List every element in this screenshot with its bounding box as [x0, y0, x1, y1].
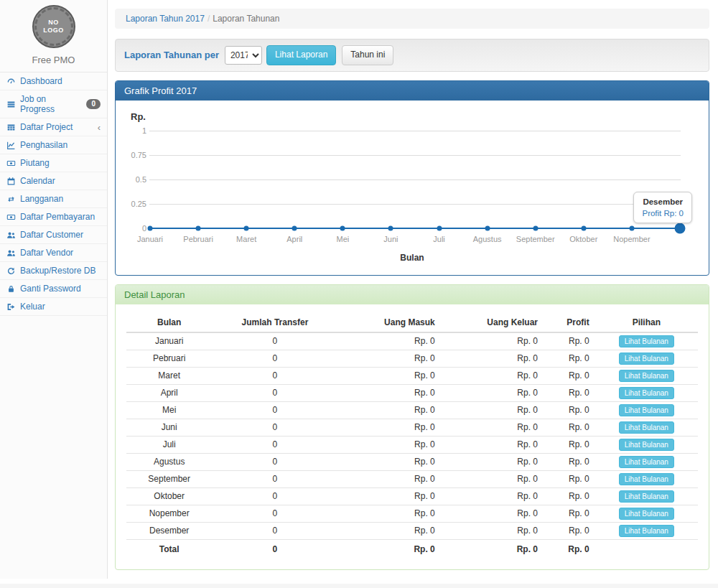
sidebar-item-ganti-password[interactable]: Ganti Password [0, 280, 107, 298]
chevron-left-icon: ‹ [98, 123, 101, 132]
tooltip-month: Desember [642, 197, 684, 206]
bulan-cell: September [126, 470, 212, 487]
sidebar-item-label: Daftar Customer [20, 230, 83, 240]
lihat-bulanan-button[interactable]: Lihat Bulanan [619, 370, 674, 382]
bulan-cell: Maret [126, 367, 212, 384]
lihat-bulanan-button[interactable]: Lihat Bulanan [619, 387, 674, 399]
tahun-ini-button[interactable]: Tahun ini [342, 45, 393, 65]
gridline [149, 155, 681, 156]
chart-point-nopember[interactable] [629, 225, 634, 230]
sidebar-item-label: Penghasilan [20, 140, 67, 150]
sidebar-item-label: Langganan [20, 194, 63, 204]
sidebar-item-daftar-vendor[interactable]: Daftar Vendor [0, 244, 107, 262]
sidebar-item-daftar-project[interactable]: Daftar Project‹ [0, 118, 107, 136]
chart-point-april[interactable] [292, 225, 297, 230]
sidebar-item-label: Calendar [20, 176, 55, 186]
jumlah_transfer-cell: 0 [212, 453, 337, 470]
table-total-row: Total0Rp. 0Rp. 0Rp. 0 [126, 539, 698, 556]
lihat-bulanan-button[interactable]: Lihat Bulanan [619, 353, 674, 365]
chart-point-desember[interactable] [675, 223, 686, 233]
sidebar-item-langganan[interactable]: Langganan [0, 190, 107, 208]
bulan-cell: Juli [126, 436, 212, 453]
detail-panel-title: Detail Laporan [116, 285, 709, 304]
chart-point-juni[interactable] [388, 225, 393, 230]
column-header: Uang Keluar [441, 313, 544, 332]
logo-text-line1: NO [48, 19, 59, 27]
chart-point-september[interactable] [533, 225, 538, 230]
uang_keluar-cell: Rp. 0 [441, 401, 544, 419]
sidebar-item-daftar-pembayaran[interactable]: Daftar Pembayaran [0, 208, 107, 226]
chart-point-maret[interactable] [244, 225, 249, 230]
sidebar-item-job-on-progress[interactable]: Job on Progress0 [0, 90, 107, 118]
sidebar-item-penghasilan[interactable]: Penghasilan [0, 136, 107, 154]
lihat-bulanan-button[interactable]: Lihat Bulanan [619, 490, 674, 503]
chart-point-januari[interactable] [148, 225, 153, 230]
logo-area: NO LOGO Free PMO [0, 0, 107, 72]
lihat-bulanan-button[interactable]: Lihat Bulanan [619, 335, 674, 347]
breadcrumb-separator: / [208, 14, 210, 24]
jumlah_transfer-cell: 0 [212, 401, 337, 419]
column-header: Profit [544, 313, 595, 332]
table-row-juni: Juni0Rp. 0Rp. 0Rp. 0Lihat Bulanan [126, 419, 698, 436]
sidebar-item-calendar[interactable]: Calendar [0, 172, 107, 190]
lihat-bulanan-button[interactable]: Lihat Bulanan [619, 404, 674, 416]
x-tick-label: April [286, 235, 302, 243]
chart-point-agustus[interactable] [485, 225, 490, 230]
profit-cell: Rp. 0 [544, 419, 595, 436]
lihat-bulanan-button[interactable]: Lihat Bulanan [619, 456, 674, 468]
x-tick-label: Juni [383, 235, 398, 243]
lihat-bulanan-button[interactable]: Lihat Bulanan [619, 421, 674, 434]
total-uang_keluar-cell: Rp. 0 [441, 539, 544, 556]
chart-point-oktober[interactable] [581, 225, 586, 230]
uang_keluar-cell: Rp. 0 [441, 367, 544, 384]
gridline [149, 131, 681, 131]
table-row-maret: Maret0Rp. 0Rp. 0Rp. 0Lihat Bulanan [126, 367, 698, 384]
lihat-bulanan-button[interactable]: Lihat Bulanan [619, 508, 674, 520]
column-header: Jumlah Transfer [212, 313, 337, 332]
chart-point-pebruari[interactable] [196, 225, 201, 230]
lihat-bulanan-button[interactable]: Lihat Bulanan [619, 439, 674, 451]
jumlah_transfer-cell: 0 [212, 470, 337, 487]
retweet-icon [6, 195, 16, 204]
uang_keluar-cell: Rp. 0 [441, 332, 544, 350]
sidebar-item-dashboard[interactable]: Dashboard [0, 73, 107, 90]
chart-point-mei[interactable] [340, 225, 345, 230]
bulan-cell: Nopember [126, 505, 212, 522]
breadcrumb: Laporan Tahun 2017/Laporan Tahunan [115, 9, 709, 29]
jumlah_transfer-cell: 0 [212, 384, 337, 401]
sidebar-item-daftar-customer[interactable]: Daftar Customer [0, 226, 107, 244]
table-header-row: BulanJumlah TransferUang MasukUang Kelua… [126, 313, 698, 332]
chart-panel: Grafik Profit 2017 Rp. Desember Profit R… [115, 80, 709, 276]
y-tick-label: 0.25 [126, 200, 146, 208]
gridline [149, 179, 681, 180]
total-empty-cell [595, 539, 698, 556]
table-row-pebruari: Pebruari0Rp. 0Rp. 0Rp. 0Lihat Bulanan [126, 350, 698, 367]
sidebar-item-backup-restore-db[interactable]: Backup/Restore DB [0, 262, 107, 280]
breadcrumb-link[interactable]: Laporan Tahun 2017 [126, 14, 205, 24]
uang_keluar-cell: Rp. 0 [441, 350, 544, 367]
sidebar-item-label: Backup/Restore DB [20, 266, 95, 276]
chart-tooltip: Desember Profit Rp: 0 [633, 192, 692, 223]
profit-cell: Rp. 0 [544, 522, 595, 539]
brand-name: Free PMO [0, 55, 107, 65]
sidebar-item-piutang[interactable]: Piutang [0, 154, 107, 172]
sidebar-item-keluar[interactable]: Keluar [0, 298, 107, 316]
lihat-laporan-button[interactable]: Lihat Laporan [266, 45, 336, 65]
sidebar-item-label: Daftar Vendor [20, 248, 73, 258]
profit-cell: Rp. 0 [544, 332, 595, 350]
jumlah_transfer-cell: 0 [212, 487, 337, 505]
sidebar-item-label: Dashboard [20, 76, 62, 86]
table-row-agustus: Agustus0Rp. 0Rp. 0Rp. 0Lihat Bulanan [126, 453, 698, 470]
profit-cell: Rp. 0 [544, 453, 595, 470]
y-axis-title: Rp. [131, 111, 146, 122]
detail-panel: Detail Laporan BulanJumlah TransferUang … [115, 284, 709, 571]
money-icon [6, 213, 16, 222]
tasks-icon [6, 100, 16, 109]
year-select[interactable]: 2017 [225, 46, 262, 65]
x-tick-label: Agustus [473, 235, 502, 243]
uang_keluar-cell: Rp. 0 [441, 487, 544, 505]
x-tick-label: Juli [433, 235, 445, 243]
lihat-bulanan-button[interactable]: Lihat Bulanan [619, 525, 674, 537]
lihat-bulanan-button[interactable]: Lihat Bulanan [619, 473, 674, 485]
chart-point-juli[interactable] [437, 225, 442, 230]
